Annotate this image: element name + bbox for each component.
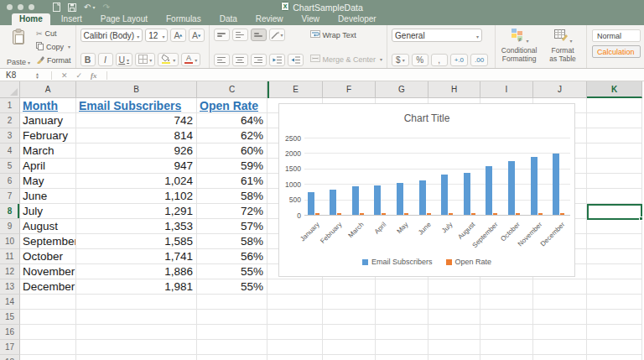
cell-C4[interactable]: 60%	[197, 143, 267, 159]
cell-H13[interactable]	[428, 279, 480, 295]
chart-bar-email-subscribers[interactable]	[441, 175, 448, 215]
cell-K9[interactable]	[587, 219, 642, 234]
copy-button[interactable]: Copy	[36, 42, 71, 52]
new-workbook-icon[interactable]	[53, 3, 60, 12]
save-icon[interactable]	[68, 3, 76, 12]
cell-E16[interactable]	[269, 325, 323, 340]
increase-font-size-button[interactable]: A	[170, 29, 186, 42]
column-header-b[interactable]: B	[76, 81, 197, 98]
cell-C10[interactable]: 58%	[197, 234, 267, 249]
tab-data[interactable]: Data	[212, 13, 245, 25]
cell-K7[interactable]	[587, 189, 642, 204]
cell-B16[interactable]	[76, 325, 197, 340]
column-header-e[interactable]: E	[269, 81, 323, 98]
row-header-3[interactable]: 3	[0, 128, 20, 143]
cell-K17[interactable]	[587, 340, 642, 355]
row-header-18[interactable]: 18	[0, 355, 20, 360]
tab-insert[interactable]: Insert	[54, 13, 90, 25]
italic-button[interactable]: I	[98, 53, 113, 66]
cell-H16[interactable]	[428, 325, 480, 340]
select-all-corner[interactable]	[0, 81, 20, 98]
cell-style-normal[interactable]: Normal	[592, 29, 641, 42]
cell-A9[interactable]: August	[20, 219, 76, 234]
currency-format-button[interactable]: $	[392, 54, 409, 66]
cell-K1[interactable]	[587, 98, 642, 113]
cell-G13[interactable]	[376, 279, 428, 295]
cell-C15[interactable]	[197, 310, 267, 325]
chart-bar-email-subscribers[interactable]	[397, 183, 403, 215]
cell-K16[interactable]	[587, 325, 642, 340]
cell-F17[interactable]	[323, 340, 376, 355]
row-header-1[interactable]: 1	[0, 98, 20, 113]
decrease-decimal-button[interactable]: .00	[470, 54, 488, 66]
legend-item-open-rate[interactable]: Open Rate	[446, 258, 492, 266]
column-header-j[interactable]: J	[533, 81, 587, 98]
chart-bar-open-rate[interactable]	[538, 213, 543, 215]
row-header-7[interactable]: 7	[0, 189, 20, 204]
row-header-17[interactable]: 17	[0, 340, 20, 355]
cell-A12[interactable]: November	[20, 264, 76, 279]
chart-bar-open-rate[interactable]	[471, 213, 475, 215]
row-header-2[interactable]: 2	[0, 113, 20, 128]
row-header-9[interactable]: 9	[0, 219, 20, 234]
chart-bar-open-rate[interactable]	[516, 213, 520, 215]
cell-H18[interactable]	[428, 355, 480, 360]
cell-G15[interactable]	[376, 310, 428, 325]
chart-bar-open-rate[interactable]	[382, 213, 386, 215]
cell-A3[interactable]: February	[20, 128, 76, 143]
cell-K11[interactable]	[587, 249, 642, 264]
cell-C9[interactable]: 57%	[197, 219, 267, 234]
tab-view[interactable]: View	[294, 13, 328, 25]
cell-A16[interactable]	[20, 325, 76, 340]
cell-B10[interactable]: 1,585	[76, 234, 197, 249]
cancel-icon[interactable]: ✕	[61, 71, 68, 80]
cell-B2[interactable]: 742	[76, 113, 197, 128]
cut-button[interactable]: ✂Cut	[36, 29, 71, 38]
row-header-5[interactable]: 5	[0, 159, 20, 174]
cell-A14[interactable]	[20, 295, 76, 310]
cell-A4[interactable]: March	[20, 143, 76, 159]
cell-I17[interactable]	[480, 340, 533, 355]
legend-item-email-subscribers[interactable]: Email Subscribers	[362, 258, 433, 266]
cell-K12[interactable]	[587, 264, 642, 279]
row-header-8[interactable]: 8	[0, 204, 20, 219]
cell-J14[interactable]	[533, 295, 587, 310]
cell-K15[interactable]	[587, 310, 642, 325]
cell-C7[interactable]: 58%	[197, 189, 267, 204]
cell-A6[interactable]: May	[20, 174, 76, 189]
name-box-stepper[interactable]: ▲▼	[35, 72, 39, 79]
chart-bar-email-subscribers[interactable]	[508, 161, 515, 215]
fill-handle[interactable]	[639, 217, 643, 221]
redo-button[interactable]: ↷	[102, 3, 109, 12]
cell-B1[interactable]: Email Subscribers	[76, 98, 197, 113]
cell-G17[interactable]	[376, 340, 428, 355]
cell-F16[interactable]	[323, 325, 376, 340]
cell-F13[interactable]	[323, 279, 376, 295]
wrap-text-button[interactable]: Wrap Text	[310, 30, 383, 39]
cell-F18[interactable]	[323, 355, 376, 360]
row-header-6[interactable]: 6	[0, 174, 20, 189]
increase-indent-button[interactable]	[288, 54, 304, 66]
tab-home[interactable]: Home	[12, 13, 50, 25]
font-name-select[interactable]: Calibri (Body)	[80, 29, 143, 42]
font-size-select[interactable]: 12	[145, 29, 168, 42]
number-format-select[interactable]: General	[392, 29, 482, 42]
cell-C18[interactable]	[197, 355, 267, 360]
close-window-button[interactable]	[7, 4, 13, 10]
cell-B13[interactable]: 1,981	[76, 279, 197, 295]
name-box[interactable]: K8	[0, 70, 35, 80]
cell-K3[interactable]	[587, 128, 642, 143]
cell-C12[interactable]: 55%	[197, 264, 267, 279]
enter-icon[interactable]: ✓	[76, 71, 83, 80]
row-header-4[interactable]: 4	[0, 143, 20, 159]
cell-A7[interactable]: June	[20, 189, 76, 204]
row-header-16[interactable]: 16	[0, 325, 20, 340]
insert-function-button[interactable]: fx	[91, 71, 97, 80]
chart-bar-open-rate[interactable]	[360, 213, 364, 215]
cell-A15[interactable]	[20, 310, 76, 325]
format-painter-button[interactable]: Format	[36, 55, 71, 65]
orientation-button[interactable]	[269, 29, 285, 41]
tab-page-layout[interactable]: Page Layout	[93, 13, 155, 25]
chart-bar-email-subscribers[interactable]	[419, 180, 426, 215]
cell-B6[interactable]: 1,024	[76, 174, 197, 189]
